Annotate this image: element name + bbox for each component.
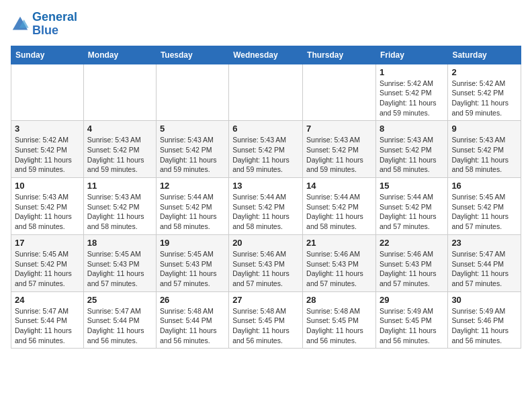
page-header: General Blue xyxy=(11,11,521,38)
day-info: Sunrise: 5:42 AM Sunset: 5:42 PM Dayligh… xyxy=(15,135,80,175)
calendar-cell: 24Sunrise: 5:47 AM Sunset: 5:44 PM Dayli… xyxy=(11,291,84,349)
calendar-cell: 12Sunrise: 5:44 AM Sunset: 5:42 PM Dayli… xyxy=(156,178,228,235)
day-info: Sunrise: 5:45 AM Sunset: 5:42 PM Dayligh… xyxy=(451,192,517,232)
calendar-cell: 10Sunrise: 5:43 AM Sunset: 5:42 PM Dayli… xyxy=(11,178,84,235)
day-info: Sunrise: 5:44 AM Sunset: 5:42 PM Dayligh… xyxy=(160,192,225,232)
calendar-cell: 28Sunrise: 5:48 AM Sunset: 5:45 PM Dayli… xyxy=(303,291,376,349)
calendar-cell: 11Sunrise: 5:43 AM Sunset: 5:42 PM Dayli… xyxy=(83,178,156,235)
day-number: 6 xyxy=(232,124,299,134)
day-info: Sunrise: 5:47 AM Sunset: 5:44 PM Dayligh… xyxy=(87,306,152,346)
day-info: Sunrise: 5:43 AM Sunset: 5:42 PM Dayligh… xyxy=(87,192,152,232)
day-number: 18 xyxy=(87,238,152,248)
day-number: 22 xyxy=(380,238,444,248)
calendar-cell xyxy=(229,64,303,121)
day-number: 25 xyxy=(87,295,152,305)
calendar-week-row: 3Sunrise: 5:42 AM Sunset: 5:42 PM Daylig… xyxy=(11,121,521,178)
day-info: Sunrise: 5:45 AM Sunset: 5:42 PM Dayligh… xyxy=(15,249,80,289)
logo-icon xyxy=(11,15,30,34)
calendar-cell xyxy=(11,64,84,121)
day-info: Sunrise: 5:42 AM Sunset: 5:42 PM Dayligh… xyxy=(380,79,444,118)
day-number: 17 xyxy=(15,238,80,248)
day-number: 5 xyxy=(160,124,225,134)
day-info: Sunrise: 5:44 AM Sunset: 5:42 PM Dayligh… xyxy=(306,192,372,232)
calendar-cell: 26Sunrise: 5:48 AM Sunset: 5:44 PM Dayli… xyxy=(156,291,228,349)
calendar-body: 1Sunrise: 5:42 AM Sunset: 5:42 PM Daylig… xyxy=(11,64,521,349)
calendar-cell: 14Sunrise: 5:44 AM Sunset: 5:42 PM Dayli… xyxy=(303,178,376,235)
calendar-cell xyxy=(303,64,376,121)
day-number: 9 xyxy=(451,124,517,134)
day-info: Sunrise: 5:43 AM Sunset: 5:42 PM Dayligh… xyxy=(380,135,444,175)
calendar-week-row: 17Sunrise: 5:45 AM Sunset: 5:42 PM Dayli… xyxy=(11,234,521,291)
day-info: Sunrise: 5:44 AM Sunset: 5:42 PM Dayligh… xyxy=(232,192,299,232)
day-info: Sunrise: 5:43 AM Sunset: 5:42 PM Dayligh… xyxy=(160,135,225,175)
day-number: 1 xyxy=(380,67,444,77)
day-number: 13 xyxy=(232,181,299,191)
day-number: 8 xyxy=(380,124,444,134)
calendar-cell: 2Sunrise: 5:42 AM Sunset: 5:42 PM Daylig… xyxy=(448,64,521,121)
day-info: Sunrise: 5:43 AM Sunset: 5:42 PM Dayligh… xyxy=(451,135,517,175)
day-info: Sunrise: 5:48 AM Sunset: 5:45 PM Dayligh… xyxy=(306,306,372,346)
weekday-header-cell: Wednesday xyxy=(229,46,303,64)
day-info: Sunrise: 5:48 AM Sunset: 5:44 PM Dayligh… xyxy=(160,306,225,346)
calendar-cell: 3Sunrise: 5:42 AM Sunset: 5:42 PM Daylig… xyxy=(11,121,84,178)
day-info: Sunrise: 5:42 AM Sunset: 5:42 PM Dayligh… xyxy=(451,79,517,118)
day-number: 19 xyxy=(160,238,225,248)
calendar-cell: 21Sunrise: 5:46 AM Sunset: 5:43 PM Dayli… xyxy=(303,234,376,291)
day-number: 12 xyxy=(160,181,225,191)
calendar-cell: 6Sunrise: 5:43 AM Sunset: 5:42 PM Daylig… xyxy=(229,121,303,178)
calendar-cell: 17Sunrise: 5:45 AM Sunset: 5:42 PM Dayli… xyxy=(11,234,84,291)
calendar-cell: 7Sunrise: 5:43 AM Sunset: 5:42 PM Daylig… xyxy=(303,121,376,178)
day-number: 16 xyxy=(451,181,517,191)
day-info: Sunrise: 5:43 AM Sunset: 5:42 PM Dayligh… xyxy=(232,135,299,175)
day-info: Sunrise: 5:49 AM Sunset: 5:45 PM Dayligh… xyxy=(380,306,444,346)
calendar-cell xyxy=(156,64,228,121)
day-info: Sunrise: 5:47 AM Sunset: 5:44 PM Dayligh… xyxy=(451,249,517,289)
day-number: 27 xyxy=(232,295,299,305)
day-number: 14 xyxy=(306,181,372,191)
day-number: 20 xyxy=(232,238,299,248)
weekday-header-row: SundayMondayTuesdayWednesdayThursdayFrid… xyxy=(11,46,521,64)
weekday-header-cell: Saturday xyxy=(448,46,521,64)
day-info: Sunrise: 5:44 AM Sunset: 5:42 PM Dayligh… xyxy=(380,192,444,232)
weekday-header-cell: Tuesday xyxy=(156,46,228,64)
calendar-cell: 15Sunrise: 5:44 AM Sunset: 5:42 PM Dayli… xyxy=(375,178,447,235)
day-number: 30 xyxy=(451,295,517,305)
day-info: Sunrise: 5:46 AM Sunset: 5:43 PM Dayligh… xyxy=(232,249,299,289)
day-info: Sunrise: 5:46 AM Sunset: 5:43 PM Dayligh… xyxy=(380,249,444,289)
calendar-cell: 25Sunrise: 5:47 AM Sunset: 5:44 PM Dayli… xyxy=(83,291,156,349)
calendar-table: SundayMondayTuesdayWednesdayThursdayFrid… xyxy=(11,46,521,349)
day-info: Sunrise: 5:46 AM Sunset: 5:43 PM Dayligh… xyxy=(306,249,372,289)
day-number: 2 xyxy=(451,67,517,77)
day-info: Sunrise: 5:47 AM Sunset: 5:44 PM Dayligh… xyxy=(15,306,80,346)
day-info: Sunrise: 5:48 AM Sunset: 5:45 PM Dayligh… xyxy=(232,306,299,346)
calendar-cell: 29Sunrise: 5:49 AM Sunset: 5:45 PM Dayli… xyxy=(375,291,447,349)
day-number: 3 xyxy=(15,124,80,134)
logo: General Blue xyxy=(11,11,77,38)
weekday-header-cell: Thursday xyxy=(303,46,376,64)
calendar-cell: 27Sunrise: 5:48 AM Sunset: 5:45 PM Dayli… xyxy=(229,291,303,349)
day-number: 4 xyxy=(87,124,152,134)
day-number: 11 xyxy=(87,181,152,191)
weekday-header-cell: Sunday xyxy=(11,46,84,64)
day-number: 24 xyxy=(15,295,80,305)
logo-text: General Blue xyxy=(32,11,77,38)
calendar-cell: 22Sunrise: 5:46 AM Sunset: 5:43 PM Dayli… xyxy=(375,234,447,291)
calendar-cell: 30Sunrise: 5:49 AM Sunset: 5:46 PM Dayli… xyxy=(448,291,521,349)
calendar-cell: 19Sunrise: 5:45 AM Sunset: 5:43 PM Dayli… xyxy=(156,234,228,291)
calendar-cell xyxy=(83,64,156,121)
calendar-cell: 20Sunrise: 5:46 AM Sunset: 5:43 PM Dayli… xyxy=(229,234,303,291)
day-info: Sunrise: 5:45 AM Sunset: 5:43 PM Dayligh… xyxy=(160,249,225,289)
calendar-week-row: 24Sunrise: 5:47 AM Sunset: 5:44 PM Dayli… xyxy=(11,291,521,349)
day-number: 28 xyxy=(306,295,372,305)
calendar-cell: 4Sunrise: 5:43 AM Sunset: 5:42 PM Daylig… xyxy=(83,121,156,178)
day-info: Sunrise: 5:43 AM Sunset: 5:42 PM Dayligh… xyxy=(87,135,152,175)
calendar-cell: 13Sunrise: 5:44 AM Sunset: 5:42 PM Dayli… xyxy=(229,178,303,235)
day-info: Sunrise: 5:43 AM Sunset: 5:42 PM Dayligh… xyxy=(306,135,372,175)
calendar-cell: 5Sunrise: 5:43 AM Sunset: 5:42 PM Daylig… xyxy=(156,121,228,178)
day-info: Sunrise: 5:43 AM Sunset: 5:42 PM Dayligh… xyxy=(15,192,80,232)
day-number: 29 xyxy=(380,295,444,305)
calendar-cell: 23Sunrise: 5:47 AM Sunset: 5:44 PM Dayli… xyxy=(448,234,521,291)
calendar-week-row: 10Sunrise: 5:43 AM Sunset: 5:42 PM Dayli… xyxy=(11,178,521,235)
calendar-cell: 8Sunrise: 5:43 AM Sunset: 5:42 PM Daylig… xyxy=(375,121,447,178)
day-number: 10 xyxy=(15,181,80,191)
